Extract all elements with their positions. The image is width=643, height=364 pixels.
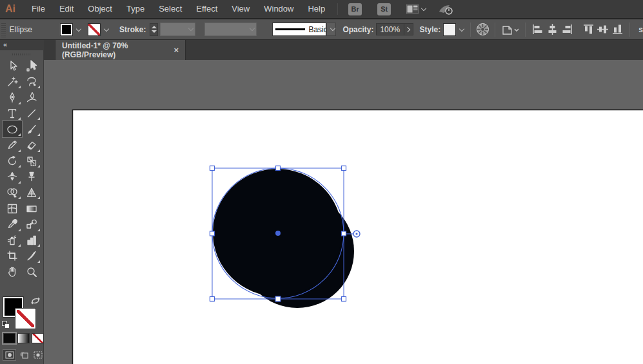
selection-center-point[interactable] [275, 231, 281, 236]
stroke-none-swatch[interactable] [88, 23, 101, 36]
draw-inside-button[interactable] [32, 350, 44, 360]
align-bottom-button[interactable] [611, 23, 624, 36]
align-center-horizontal-button[interactable] [546, 23, 559, 36]
opacity-field[interactable]: 100% [376, 23, 404, 35]
shape-builder-tool[interactable] [3, 185, 22, 201]
fill-color-dropdown[interactable] [60, 23, 83, 36]
align-left-button[interactable] [531, 23, 544, 36]
gpu-performance-button[interactable] [437, 3, 454, 15]
menu-type[interactable]: Type [119, 0, 152, 18]
close-tab-icon[interactable]: × [173, 46, 179, 54]
default-fill-stroke-button[interactable] [2, 321, 10, 329]
slice-tool[interactable] [22, 248, 41, 264]
style-swatch[interactable] [443, 23, 456, 36]
menu-help[interactable]: Help [301, 0, 332, 18]
align-center-vertical-button[interactable] [597, 23, 609, 36]
perspective-grid-tool[interactable] [22, 185, 41, 201]
handle-top-center[interactable] [276, 166, 281, 171]
menu-view[interactable]: View [224, 0, 257, 18]
style-dropdown[interactable] [443, 23, 466, 36]
brush-combo[interactable]: Basic [272, 23, 326, 36]
draw-behind-button[interactable] [17, 350, 30, 360]
stroke-color-swatch[interactable] [15, 309, 35, 329]
menu-select[interactable]: Select [152, 0, 189, 18]
step-up-icon[interactable] [152, 26, 157, 28]
blend-icon [25, 218, 38, 231]
blend-tool[interactable] [22, 216, 41, 233]
scale-tool[interactable] [22, 153, 41, 169]
handle-top-left[interactable] [210, 166, 215, 171]
menu-object[interactable]: Object [81, 0, 119, 18]
step-down-icon[interactable] [152, 30, 157, 33]
align-right-button[interactable] [561, 23, 573, 36]
workspace-switcher[interactable] [406, 5, 426, 14]
type-tool[interactable] [3, 106, 22, 122]
context-label: Ellipse [10, 25, 48, 34]
eyedropper-tool[interactable] [3, 216, 22, 233]
chevron-down-icon[interactable] [326, 23, 336, 36]
ellipse-tool[interactable] [3, 121, 22, 137]
color-mode-button[interactable] [3, 333, 15, 343]
column-graph-tool[interactable] [22, 233, 41, 249]
brush-stroke-preview [275, 28, 305, 30]
opacity-menu-button[interactable] [404, 23, 413, 35]
transform-menu-button[interactable] [500, 22, 520, 37]
puppet-warp-tool[interactable] [22, 169, 41, 185]
draw-normal-button[interactable] [3, 350, 15, 360]
lasso-tool[interactable] [22, 74, 41, 90]
document-tab[interactable]: Untitled-1* @ 70% (RGB/Preview) × [55, 40, 186, 60]
menu-edit[interactable]: Edit [52, 0, 81, 18]
stock-button[interactable]: St [377, 3, 391, 15]
chevron-down-icon[interactable] [74, 23, 83, 36]
fill-swatch[interactable] [60, 23, 73, 36]
document-canvas[interactable] [44, 60, 643, 364]
collapse-panel-icon[interactable]: « [3, 41, 6, 48]
hand-tool[interactable] [3, 264, 22, 280]
controlbar-divider [470, 23, 471, 37]
stroke-weight-stepper[interactable] [150, 23, 157, 36]
align-bottom-icon [612, 24, 623, 35]
menu-effect[interactable]: Effect [189, 0, 224, 18]
width-tool[interactable] [3, 169, 22, 185]
line-segment-tool[interactable] [22, 106, 41, 122]
handle-bottom-left[interactable] [210, 297, 215, 302]
menu-file[interactable]: File [25, 0, 52, 18]
align-top-button[interactable] [582, 23, 595, 36]
eraser-tool[interactable] [22, 137, 41, 153]
handle-middle-right[interactable] [342, 231, 346, 236]
pencil-tool[interactable] [3, 137, 22, 153]
gradient-tool[interactable] [22, 200, 41, 216]
tools-panel-grip[interactable] [12, 53, 32, 55]
handle-middle-left[interactable] [210, 231, 215, 236]
brush-definition-dropdown[interactable]: Basic [272, 23, 336, 36]
handle-top-right[interactable] [342, 166, 346, 171]
draw-inside-icon [34, 351, 43, 359]
bridge-button[interactable]: Br [348, 3, 362, 15]
swap-fill-stroke-button[interactable] [30, 296, 41, 307]
chevron-down-icon[interactable] [102, 23, 110, 36]
selection-arrow-icon [6, 59, 19, 72]
align-top-icon [583, 24, 594, 35]
artboard-tool[interactable] [3, 248, 22, 264]
paintbrush-tool[interactable] [22, 121, 41, 137]
gradient-mode-button[interactable] [17, 333, 30, 343]
mesh-tool[interactable] [3, 200, 22, 216]
panel-grip[interactable] [1, 22, 6, 37]
chevron-down-icon [421, 5, 426, 10]
handle-bottom-center[interactable] [275, 296, 281, 302]
symbol-sprayer-tool[interactable] [3, 233, 22, 249]
magic-wand-tool[interactable] [3, 74, 22, 90]
menu-window[interactable]: Window [257, 0, 301, 18]
control-bar: Ellipse Stroke: Basic Opacity: 100% Styl… [0, 19, 643, 40]
direct-selection-tool[interactable] [22, 58, 41, 74]
handle-bottom-right[interactable] [342, 297, 346, 302]
pen-tool[interactable] [3, 90, 22, 106]
recolor-artwork-button[interactable] [475, 22, 490, 37]
chevron-down-icon[interactable] [457, 23, 466, 36]
stroke-color-dropdown[interactable] [88, 23, 110, 36]
zoom-tool[interactable] [22, 264, 41, 280]
none-mode-button[interactable] [32, 333, 44, 343]
rotate-tool[interactable] [3, 153, 22, 169]
curvature-tool[interactable] [22, 90, 41, 106]
selection-tool[interactable] [3, 58, 22, 74]
